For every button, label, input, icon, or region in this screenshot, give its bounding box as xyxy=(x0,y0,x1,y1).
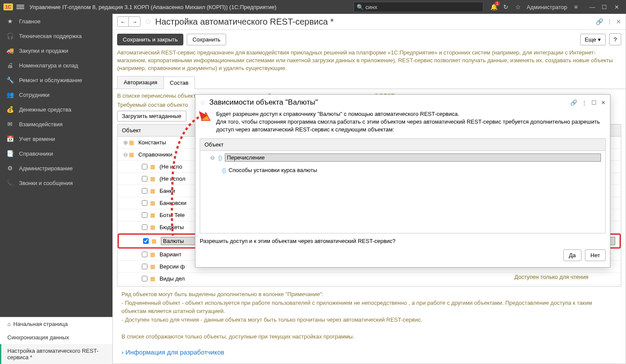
sidebar-item[interactable]: ★Главное xyxy=(0,14,112,29)
save-button[interactable]: Сохранить xyxy=(187,34,226,45)
sidebar-item[interactable]: ⚙Администрирование xyxy=(0,161,112,176)
more-button[interactable]: Еще▾ xyxy=(580,34,606,45)
help-button[interactable]: ? xyxy=(609,33,621,45)
sidebar-label: Справочники xyxy=(19,150,53,157)
sidebar-label: Закупки и продажи xyxy=(19,48,68,54)
sidebar-label: Главное xyxy=(19,18,41,25)
hamburger-icon[interactable] xyxy=(16,4,24,10)
page-title: Настройка автоматического REST-сервиса * xyxy=(155,17,596,27)
sidebar-icon: ★ xyxy=(6,18,14,25)
table-icon: ▦ xyxy=(150,224,158,230)
search-box[interactable]: 🔍 xyxy=(354,2,483,12)
node-icon: ▦ xyxy=(129,151,137,158)
sidebar-item[interactable]: 📑Справочники xyxy=(0,146,112,161)
close-icon[interactable]: ✕ xyxy=(601,99,606,106)
sidebar-label: Взаимодействия xyxy=(19,121,63,128)
nav-forward-button[interactable]: → xyxy=(129,17,140,26)
sidebar-icon: 💰 xyxy=(6,106,14,113)
maximize-icon[interactable]: ☐ xyxy=(591,99,597,106)
kebab-icon[interactable]: ⋮ xyxy=(581,99,587,106)
sidebar-item[interactable]: 🎧Техническая поддержка xyxy=(0,29,112,43)
yes-button[interactable]: Да xyxy=(563,249,581,261)
tree-checkbox[interactable] xyxy=(143,238,149,244)
node-icon: ▦ xyxy=(129,139,137,146)
star-icon[interactable]: ☆ xyxy=(200,99,206,107)
sidebar-item[interactable]: 🔧Ремонт и обслуживание xyxy=(0,73,112,87)
dialog-info-text: Будет разрешен доступ к справочнику "Вал… xyxy=(216,110,606,134)
sidebar-label: Денежные средства xyxy=(19,106,71,113)
tree-checkbox[interactable] xyxy=(142,200,147,206)
access-note: Доступен только для чтения xyxy=(514,274,588,280)
favorite-icon[interactable]: ☆ xyxy=(513,2,523,12)
tab[interactable]: Состав xyxy=(163,77,195,89)
logo-1c: 1C xyxy=(3,3,13,10)
tree-checkbox[interactable] xyxy=(142,164,147,169)
dialog-tree-row[interactable]: {}Способы установки курса валюты xyxy=(200,164,605,176)
expand-icon[interactable]: ⊖ xyxy=(209,154,216,161)
sidebar-icon: ✉ xyxy=(6,121,14,128)
dev-info-link[interactable]: Информация для разработчиков xyxy=(121,348,224,356)
settings-icon[interactable]: ≡ xyxy=(571,2,581,12)
link-icon[interactable]: 🔗 xyxy=(570,99,577,106)
page-close-icon[interactable]: ✕ xyxy=(616,18,621,25)
sidebar-item[interactable]: 🖨Номенклатура и склад xyxy=(0,58,112,73)
tree-checkbox[interactable] xyxy=(142,276,147,281)
info-icon xyxy=(200,110,212,122)
table-icon: ▦ xyxy=(150,212,158,218)
history-icon[interactable]: ↻ xyxy=(501,2,511,12)
tree-checkbox[interactable] xyxy=(142,188,147,194)
table-icon: ▦ xyxy=(150,200,158,206)
notification-badge: 1 xyxy=(495,1,500,6)
nav-back-button[interactable]: ← xyxy=(118,17,129,26)
enum-icon: {} xyxy=(222,167,226,173)
close-button[interactable]: ✕ xyxy=(610,1,623,13)
dialog-title: Зависимости объекта "Валюты" xyxy=(209,98,570,107)
sidebar-item[interactable]: 👥Сотрудники xyxy=(0,87,112,102)
sidebar-icon: ⚙ xyxy=(6,165,14,172)
sidebar: ★Главное🎧Техническая поддержка🚚Закупки и… xyxy=(0,14,112,364)
table-icon: ▦ xyxy=(150,251,158,258)
sidebar-label: Номенклатура и склад xyxy=(19,62,78,69)
sidebar-bottom-item[interactable]: Настройка автоматического REST-сервиса * xyxy=(0,344,112,364)
table-icon: ▦ xyxy=(150,163,158,170)
dependencies-dialog: ☆ Зависимости объекта "Валюты" 🔗 ⋮ ☐ ✕ Б… xyxy=(195,94,610,268)
sidebar-icon: 📅 xyxy=(6,135,14,142)
minimize-button[interactable]: — xyxy=(586,1,598,13)
maximize-button[interactable]: ☐ xyxy=(598,1,610,13)
titlebar: 1C Управление IT-отделом 8, редакция 3.1… xyxy=(0,0,626,14)
expand-icon[interactable]: ⊖ xyxy=(122,151,129,158)
sidebar-icon: 🎧 xyxy=(6,32,14,39)
table-icon: ▦ xyxy=(150,263,158,270)
footer-notes: Ряд объектов могут быть выделены дополни… xyxy=(117,287,621,344)
sidebar-item[interactable]: 💰Денежные средства xyxy=(0,102,112,117)
search-input[interactable] xyxy=(365,4,480,10)
tree-checkbox[interactable] xyxy=(142,176,147,182)
load-metadata-button[interactable]: Загрузить метаданные xyxy=(117,111,186,121)
page-description: Автоматический REST-сервис предназначен … xyxy=(113,49,626,76)
sidebar-item[interactable]: ✉Взаимодействия xyxy=(0,117,112,131)
save-close-button[interactable]: Сохранить и закрыть xyxy=(117,34,183,45)
sidebar-icon: 🚚 xyxy=(6,47,14,54)
no-button[interactable]: Нет xyxy=(585,249,606,261)
star-icon[interactable]: ☆ xyxy=(145,17,152,26)
kebab-icon[interactable]: ⋮ xyxy=(607,18,613,25)
tree-checkbox[interactable] xyxy=(142,264,147,269)
sidebar-item[interactable]: 📅Учет времени xyxy=(0,131,112,146)
tree-checkbox[interactable] xyxy=(142,212,147,218)
link-icon[interactable]: 🔗 xyxy=(596,18,603,25)
dialog-tree-row[interactable]: ⊖{}Перечисление xyxy=(200,151,605,164)
tabs: АвторизацияСостав xyxy=(113,76,626,89)
enum-icon: {} xyxy=(218,154,222,161)
sidebar-bottom-item[interactable]: Синхронизация данных xyxy=(0,331,112,344)
sidebar-label: Администрирование xyxy=(19,165,73,172)
sidebar-bottom-item[interactable]: ⌂Начальная страница xyxy=(0,317,112,331)
tab[interactable]: Авторизация xyxy=(117,76,164,89)
sidebar-item[interactable]: 📞Звонки и сообщения xyxy=(0,176,112,190)
table-icon: ▦ xyxy=(150,275,158,282)
sidebar-item[interactable]: 🚚Закупки и продажи xyxy=(0,43,112,58)
table-icon: ▦ xyxy=(151,238,159,244)
expand-icon[interactable]: ⊕ xyxy=(122,139,129,146)
tree-checkbox[interactable] xyxy=(142,224,147,230)
tree-checkbox[interactable] xyxy=(142,252,147,257)
notifications-icon[interactable]: 🔔 1 xyxy=(489,2,498,12)
